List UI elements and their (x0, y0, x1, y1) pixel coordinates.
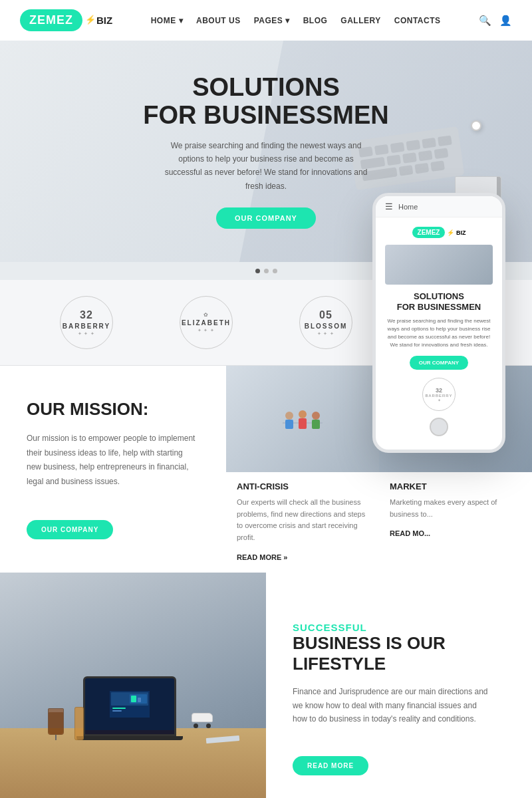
logo[interactable]: ZEMEZ ⚡ BIZ (20, 9, 112, 31)
svg-rect-18 (138, 698, 141, 702)
svg-rect-15 (112, 710, 122, 712)
service-anticrisis-desc: Our experts will check all the business … (237, 497, 368, 543)
svg-rect-2 (285, 420, 293, 429)
nav-contacts[interactable]: CONTACTS (394, 16, 441, 25)
mission-title: OUR MISSION: (27, 399, 200, 420)
office-illustration (276, 396, 329, 442)
service-anticrisis-readmore[interactable]: READ MORE » (237, 553, 287, 561)
svg-rect-6 (312, 420, 320, 429)
service-market-info: MARKET Marketing makes every aspect of b… (379, 472, 532, 548)
toy-car (192, 713, 213, 728)
drink-glass (48, 708, 64, 740)
hamburger-icon[interactable]: ☰ (385, 201, 393, 211)
lifestyle-accent: SUCCESSFUL (293, 622, 505, 633)
svg-rect-4 (299, 418, 307, 429)
phone-home-button[interactable] (430, 418, 448, 436)
lifestyle-section: SUCCESSFUL BUSINESS IS OUR LIFESTYLE Fin… (0, 573, 532, 798)
lifestyle-image (0, 573, 266, 798)
logo-badge: ZEMEZ (20, 9, 82, 31)
desk-scene (0, 573, 266, 798)
phone-cta-button[interactable]: OUR COMPANY (410, 356, 468, 370)
dot-3[interactable] (273, 269, 277, 273)
nav-blog[interactable]: BLOG (303, 16, 328, 25)
dot-2[interactable] (264, 269, 269, 273)
search-icon[interactable]: 🔍 (479, 15, 491, 27)
svg-rect-14 (112, 708, 126, 709)
nav-about[interactable]: ABOUT US (196, 16, 241, 25)
hero-cta-button[interactable]: OUR COMPANY (216, 207, 316, 229)
nav-actions: 🔍 👤 (479, 15, 512, 27)
brand-elizabeth: ✿ ELIZABETH ✦ ✦ ✦ (180, 296, 233, 349)
svg-point-5 (312, 412, 320, 420)
logo-biz: ⚡ BIZ (85, 15, 112, 26)
mission-cta-button[interactable]: OUR COMPANY (27, 520, 113, 539)
brand-barberry: 32 BARBERRY ✦ ✦ ✦ (60, 296, 113, 349)
phone-logo-badge: ZEMEZ (412, 227, 446, 238)
phone-hero-image (385, 245, 493, 285)
phone-mockup: ☰ Home ZEMEZ ⚡ BIZ SOLUTIONS FOR BUSINES… (372, 193, 505, 453)
lifestyle-description: Finance and Jurisprudence are our main d… (293, 685, 492, 726)
laptop-base (76, 736, 183, 740)
svg-point-3 (299, 410, 307, 418)
lifestyle-cta-button[interactable]: READ MORE (293, 756, 368, 775)
phone-hero-title: SOLUTIONS FOR BUSINESSMEN (385, 291, 493, 312)
brand-blossom: 05 BLOSSOM ✦ ✦ ✦ (299, 296, 352, 349)
dot-1[interactable] (255, 269, 260, 273)
mission-content: OUR MISSION: Our mission is to empower p… (0, 366, 226, 572)
service-anticrisis-title: ANTI-CRISIS (237, 481, 368, 491)
service-anticrisis-info: ANTI-CRISIS Our experts will check all t… (226, 472, 379, 571)
service-market-desc: Marketing makes every aspect of business… (390, 497, 521, 520)
service-anticrisis: ANTI-CRISIS Our experts will check all t… (226, 366, 379, 572)
nav-links: HOME ▾ ABOUT US PAGES ▾ BLOG GALLERY CON… (151, 16, 441, 25)
phone-home-label: Home (398, 203, 418, 211)
phone-brand-badge: 32 BARBERRY ✦ (422, 378, 456, 411)
laptop (83, 676, 183, 740)
nav-gallery[interactable]: GALLERY (340, 16, 380, 25)
hero-title: SOLUTIONS FOR BUSINESSMEN (143, 74, 388, 130)
phone-logo: ZEMEZ ⚡ BIZ (385, 227, 493, 238)
lifestyle-content: SUCCESSFUL BUSINESS IS OUR LIFESTYLE Fin… (266, 573, 532, 798)
lifestyle-title: BUSINESS IS OUR LIFESTYLE (293, 633, 505, 674)
nav-pages[interactable]: PAGES ▾ (254, 16, 290, 25)
straw (55, 735, 57, 740)
nav-home[interactable]: HOME ▾ (151, 16, 183, 25)
screen-content (110, 691, 150, 718)
phone-hero-subtitle: We praise searching and finding the newe… (385, 317, 493, 349)
logo-icon: ⚡ (85, 15, 96, 25)
bottle (74, 707, 84, 740)
phone-nav-bar: ☰ Home (376, 196, 502, 217)
svg-point-1 (285, 412, 293, 420)
service-market-readmore[interactable]: READ MO... (390, 529, 430, 537)
svg-rect-17 (131, 696, 136, 702)
phone-content: ZEMEZ ⚡ BIZ SOLUTIONS FOR BUSINESSMEN We… (376, 217, 502, 450)
service-market-title: MARKET (390, 481, 521, 491)
mission-description: Our mission is to empower people to impl… (27, 432, 200, 489)
hero-subtitle: We praise searching and finding the newe… (160, 139, 372, 194)
navbar: ZEMEZ ⚡ BIZ HOME ▾ ABOUT US PAGES ▾ BLOG… (0, 0, 532, 41)
service-anticrisis-image (226, 366, 379, 472)
brands-strip: 32 BARBERRY ✦ ✦ ✦ ✿ ELIZABETH ✦ ✦ ✦ 05 B… (0, 280, 532, 366)
phone-biz: ⚡ BIZ (447, 229, 466, 236)
user-icon[interactable]: 👤 (499, 15, 512, 27)
